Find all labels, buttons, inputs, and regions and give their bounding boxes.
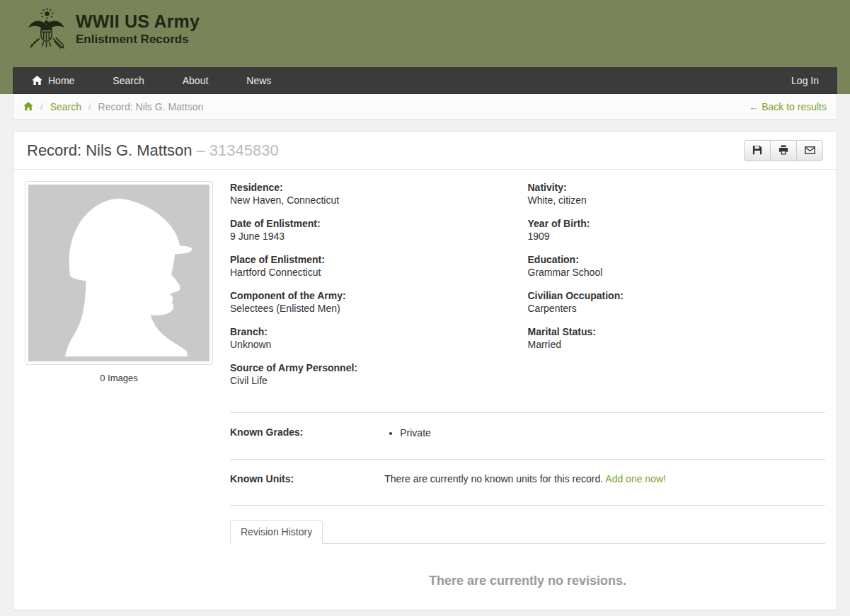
field-place-of-enlistment: Place of Enlistment: Hartford Connecticu… [230, 253, 521, 279]
main-navbar: Home Search About News Log In [13, 67, 837, 94]
field-civilian-occupation: Civilian Occupation: Carpenters [528, 289, 819, 315]
field-component-of-the-army: Component of the Army: Selectees (Enlist… [230, 289, 521, 315]
image-count-caption: 0 Images [25, 373, 213, 383]
soldier-silhouette-placeholder [28, 185, 209, 361]
revision-history-panel: There are currently no revisions. [230, 544, 825, 610]
grade-item: Private [400, 426, 825, 439]
army-seal-icon [26, 8, 67, 53]
nav-item-label: Search [113, 75, 144, 86]
known-grades-row: Known Grades: Private [230, 413, 825, 459]
grades-list: Private [384, 426, 825, 439]
record-card-body: 0 Images Residence: New Haven, Connectic… [13, 170, 837, 610]
fields-column-left: Residence: New Haven, Connecticut Date o… [230, 181, 528, 397]
nav-item-label: Home [48, 75, 74, 86]
home-icon[interactable] [23, 102, 33, 111]
breadcrumb-separator: / [88, 101, 91, 112]
print-button[interactable] [770, 140, 797, 161]
known-units-content: There are currently no known units for t… [379, 473, 825, 484]
field-value: Selectees (Enlisted Men) [230, 302, 521, 315]
field-value: 1909 [528, 230, 819, 243]
known-units-label: Known Units: [230, 473, 379, 484]
brand-link[interactable]: WWII US Army Enlistment Records [0, 0, 850, 67]
login-link[interactable]: Log In [773, 67, 837, 93]
field-value: New Haven, Connecticut [230, 194, 521, 207]
fields-column-right: Nativity: White, citizen Year of Birth: … [528, 181, 826, 397]
field-nativity: Nativity: White, citizen [528, 181, 819, 207]
known-units-row: Known Units: There are currently no know… [230, 460, 825, 505]
field-value: Civil Life [230, 374, 521, 387]
save-icon [752, 145, 762, 157]
brand-text: WWII US Army Enlistment Records [76, 8, 200, 46]
breadcrumb-current: Record: Nils G. Mattson [98, 101, 204, 112]
field-value: Carpenters [528, 302, 819, 315]
tabs-bar: Revision History [230, 520, 825, 544]
nav-menu: Home Search About News [13, 67, 290, 93]
nav-item-label: About [183, 75, 209, 86]
brand-subtitle: Enlistment Records [76, 33, 200, 46]
field-source-of-army-personnel: Source of Army Personnel: Civil Life [230, 361, 521, 387]
field-branch: Branch: Unknown [230, 325, 521, 351]
add-unit-link[interactable]: Add one now! [605, 473, 666, 484]
field-label: Residence: [230, 181, 521, 194]
field-residence: Residence: New Haven, Connecticut [230, 181, 521, 207]
field-year-of-birth: Year of Birth: 1909 [528, 217, 819, 243]
field-label: Date of Enlistment: [230, 217, 521, 230]
field-value: Unknown [230, 338, 521, 351]
divider [230, 505, 825, 506]
field-label: Nativity: [528, 181, 819, 194]
revisions-empty-message: There are currently no revisions. [230, 574, 825, 588]
known-units-empty-text: There are currently no known units for t… [384, 473, 603, 484]
image-column: 0 Images [25, 181, 213, 610]
tab-revision-history[interactable]: Revision History [230, 520, 323, 544]
email-icon [805, 146, 815, 156]
nav-item-about[interactable]: About [163, 67, 228, 93]
nav-item-search[interactable]: Search [93, 67, 163, 93]
field-label: Year of Birth: [528, 217, 819, 230]
field-label: Education: [528, 253, 819, 266]
field-value: 9 June 1943 [230, 230, 521, 243]
field-value: White, citizen [528, 194, 819, 207]
field-value: Grammar School [528, 266, 819, 279]
print-icon [779, 145, 788, 157]
field-date-of-enlistment: Date of Enlistment: 9 June 1943 [230, 217, 521, 243]
breadcrumb-search-link[interactable]: Search [50, 101, 81, 112]
field-label: Source of Army Personnel: [230, 361, 521, 374]
record-serial: – 31345830 [197, 141, 279, 159]
record-details: Residence: New Haven, Connecticut Date o… [230, 181, 825, 610]
record-card-header: Record: Nils G. Mattson– 31345830 [13, 132, 837, 170]
field-label: Branch: [230, 325, 521, 338]
brand-title: WWII US Army [76, 12, 200, 31]
site-header: WWII US Army Enlistment Records Home Sea… [0, 0, 850, 94]
email-button[interactable] [796, 140, 823, 161]
field-marital-status: Marital Status: Married [528, 325, 819, 351]
known-grades-content: Private [379, 426, 825, 439]
fields-grid: Residence: New Haven, Connecticut Date o… [230, 181, 825, 397]
nav-item-news[interactable]: News [227, 67, 290, 93]
nav-item-label: News [246, 75, 271, 86]
field-label: Place of Enlistment: [230, 253, 521, 266]
field-label: Civilian Occupation: [528, 289, 819, 302]
known-grades-label: Known Grades: [230, 426, 379, 439]
save-button[interactable] [744, 140, 771, 161]
soldier-silhouette-icon [28, 185, 209, 361]
record-card: Record: Nils G. Mattson– 31345830 [13, 131, 837, 610]
field-education: Education: Grammar School [528, 253, 819, 279]
field-value: Married [528, 338, 819, 351]
breadcrumb: / Search / Record: Nils G. Mattson [23, 101, 203, 112]
home-icon [32, 76, 42, 86]
nav-item-home[interactable]: Home [13, 67, 93, 93]
breadcrumb-separator: / [40, 101, 43, 112]
record-title: Record: Nils G. Mattson [27, 141, 193, 159]
record-actions [744, 140, 823, 161]
page-title: Record: Nils G. Mattson– 31345830 [27, 141, 279, 160]
field-value: Hartford Connecticut [230, 266, 521, 279]
record-photo-thumbnail [25, 181, 213, 365]
breadcrumb-bar: / Search / Record: Nils G. Mattson ← Bac… [13, 94, 837, 120]
back-to-results-link[interactable]: ← Back to results [749, 101, 827, 112]
field-label: Marital Status: [528, 325, 819, 338]
field-label: Component of the Army: [230, 289, 521, 302]
